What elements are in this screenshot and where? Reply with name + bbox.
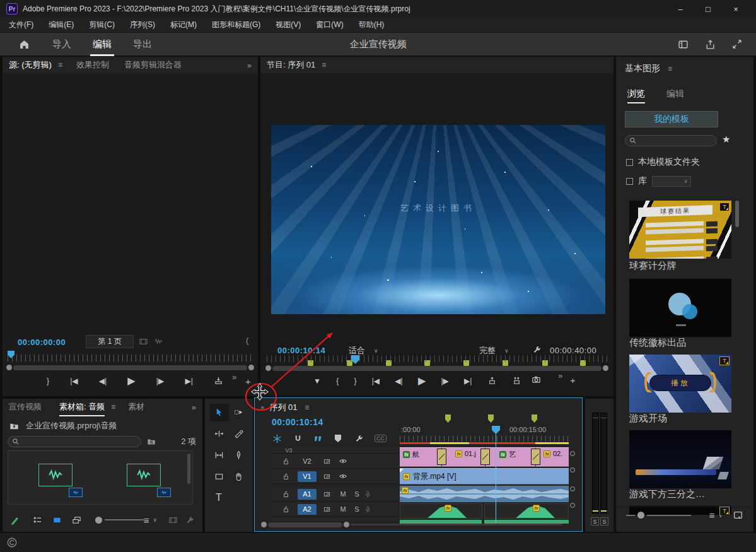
insert-button[interactable] [214, 376, 223, 385]
tab-overflow-icon[interactable]: » [192, 402, 196, 412]
pen-tool[interactable] [234, 450, 243, 460]
sync-lock-icon[interactable] [323, 457, 331, 466]
track-resize-handle[interactable] [570, 467, 575, 473]
tab-sequence-01[interactable]: 序列 01 [269, 402, 297, 413]
source-ruler[interactable] [8, 355, 253, 361]
transition-effect[interactable] [480, 449, 490, 465]
go-to-out-button[interactable]: ▶| [185, 377, 192, 385]
bin-zoom-track[interactable] [105, 519, 144, 520]
tab-import[interactable]: 导入 [52, 38, 71, 50]
tab-effect-controls[interactable]: 效果控制 [76, 59, 109, 71]
voiceover-mic-icon[interactable] [364, 490, 372, 498]
selection-tool[interactable] [214, 408, 224, 417]
slip-tool[interactable] [214, 450, 224, 460]
sync-lock-icon[interactable] [323, 490, 331, 498]
tab-browse[interactable]: 浏览 [627, 88, 645, 100]
mute-button[interactable]: M [336, 490, 350, 498]
sort-menu-icon[interactable]: ≡ [709, 510, 715, 520]
writable-pen-icon[interactable] [10, 515, 20, 525]
tab-audio-mixer[interactable]: 音频剪辑混合器 [124, 59, 182, 71]
track-name-v1[interactable]: V1 [298, 471, 317, 482]
templates-scrollbar[interactable] [735, 201, 739, 227]
thumbnail-zoom-slider[interactable] [637, 512, 644, 519]
track-header-a2[interactable]: A2 M S [272, 502, 398, 517]
chevron-down-icon[interactable]: ∨ [153, 517, 157, 523]
template-label[interactable]: 游戏开场 [629, 413, 667, 425]
mark-in-button[interactable]: { [336, 377, 339, 385]
sort-menu-icon[interactable]: ≡ [144, 515, 149, 526]
share-icon[interactable] [705, 39, 716, 50]
template-thumb-scoreboard[interactable]: 球赛结果 T [629, 201, 731, 259]
freeform-view-icon[interactable] [72, 515, 81, 525]
source-timecode[interactable]: 00:00:00:00 [18, 338, 66, 347]
template-search-input[interactable] [639, 136, 712, 145]
template-label[interactable]: 游戏下方三分之… [629, 488, 705, 500]
template-search[interactable] [625, 135, 717, 146]
clip-a2-audio[interactable]: fx [400, 503, 482, 519]
automate-sequence-icon[interactable] [168, 515, 178, 525]
timeline-timecode[interactable]: 00:00:10:14 [272, 417, 323, 427]
tab-edit[interactable]: 编辑 [93, 38, 112, 50]
add-marker-icon[interactable] [335, 435, 341, 442]
track-name-a1[interactable]: A1 [298, 489, 317, 500]
nest-snowflake-icon[interactable] [272, 434, 282, 443]
timeline-playhead[interactable] [492, 426, 500, 434]
step-back-button[interactable]: ◀| [99, 377, 107, 385]
tab-bin-other[interactable]: 素材 [128, 401, 144, 413]
panel-menu-icon[interactable]: ≡ [111, 402, 115, 411]
navigate-up-icon[interactable] [9, 421, 20, 431]
button-editor-icon[interactable]: + [570, 375, 576, 385]
template-thumb-lower-third[interactable] [629, 430, 731, 488]
solo-button[interactable]: S [350, 490, 364, 498]
solo-right-button[interactable]: S [600, 517, 608, 526]
timeline-ruler[interactable] [400, 436, 569, 442]
bin-breadcrumb[interactable]: 企业宣传视频.prproj\音频 [26, 420, 117, 432]
menu-help[interactable]: 帮助(H) [359, 20, 385, 30]
creative-cloud-icon[interactable] [6, 537, 18, 548]
icon-view-icon[interactable] [52, 515, 62, 525]
clip-a1-audio[interactable]: fx [400, 486, 569, 502]
lock-icon[interactable] [282, 457, 290, 466]
library-checkbox[interactable]: 库 ∨ [626, 175, 691, 187]
menu-graphics[interactable]: 图形和标题(G) [212, 20, 260, 30]
search-bin-icon[interactable] [146, 437, 156, 446]
timeline-settings-wrench-icon[interactable] [354, 434, 364, 443]
menu-edit[interactable]: 编辑(E) [49, 20, 74, 30]
timeline-h-scrollbar[interactable] [261, 522, 349, 527]
minimize-button[interactable]: – [666, 1, 694, 17]
program-ruler[interactable] [267, 355, 607, 362]
close-button[interactable]: × [722, 1, 750, 17]
lock-icon[interactable] [282, 473, 290, 481]
menu-view[interactable]: 视图(V) [276, 20, 301, 30]
menu-sequence[interactable]: 序列(S) [130, 20, 155, 30]
clip-a2-audio[interactable]: fx [484, 503, 569, 519]
timeline-h-scroll-track[interactable] [351, 524, 562, 526]
bin-scrollbar[interactable] [187, 454, 190, 484]
track-output-eye-icon[interactable] [339, 472, 347, 481]
sync-lock-icon[interactable] [323, 505, 331, 514]
sequence-marker[interactable] [488, 414, 494, 423]
panel-menu-icon[interactable]: ≡ [322, 61, 326, 69]
track-output-eye-icon[interactable] [339, 457, 347, 466]
checkbox-icon[interactable] [626, 159, 633, 166]
solo-left-button[interactable]: S [591, 517, 599, 526]
type-tool[interactable]: T [216, 492, 222, 503]
tab-edit-graphics[interactable]: 编辑 [666, 88, 684, 100]
tab-source-monitor[interactable]: 源: (无剪辑) [9, 59, 52, 71]
maximize-button[interactable]: □ [694, 1, 722, 17]
track-resize-handle[interactable] [570, 451, 575, 456]
lock-icon[interactable] [282, 490, 290, 498]
favorites-star-icon[interactable]: ★ [722, 134, 730, 145]
track-header-v2[interactable]: V2 [272, 454, 398, 469]
track-resize-handle[interactable] [570, 486, 575, 491]
panel-menu-icon[interactable]: ≡ [668, 64, 672, 73]
tab-export[interactable]: 导出 [133, 38, 152, 50]
tab-project[interactable]: 宣传视频 [9, 401, 42, 413]
track-header-v3[interactable]: V3 [272, 447, 398, 454]
tab-overflow-icon[interactable]: » [247, 61, 252, 70]
audio-clip-item[interactable] [127, 464, 161, 486]
zoom-slider-track[interactable] [647, 515, 691, 516]
sequence-marker[interactable] [445, 414, 451, 423]
library-select[interactable]: ∨ [652, 176, 691, 187]
step-back-button[interactable]: ◀| [395, 377, 402, 385]
